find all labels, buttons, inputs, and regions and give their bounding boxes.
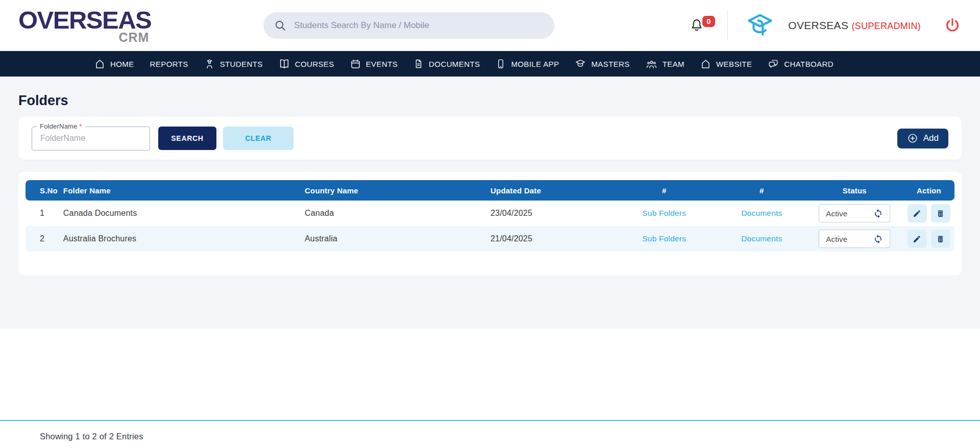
main-nav: HOME REPORTS STUDENTS COURSES EVENTS bbox=[0, 51, 980, 77]
cell-folder-name: Canada Documents bbox=[63, 201, 304, 226]
sync-icon[interactable] bbox=[873, 209, 883, 218]
table-header-row: S.No Folder Name Country Name Updated Da… bbox=[26, 180, 954, 201]
nav-item-home[interactable]: HOME bbox=[94, 59, 134, 69]
edit-button[interactable] bbox=[908, 204, 927, 222]
add-folder-button[interactable]: Add bbox=[897, 129, 948, 148]
chat-bubbles-icon bbox=[768, 58, 779, 69]
table-row: 1 Canada Documents Canada 23/04/2025 Sub… bbox=[26, 201, 954, 226]
search-button[interactable]: SEARCH bbox=[158, 127, 216, 150]
home-icon bbox=[94, 59, 105, 69]
app-logo[interactable]: OVERSEAS CRM bbox=[18, 8, 151, 44]
content-spacer bbox=[0, 329, 980, 420]
cell-country-name: Australia bbox=[304, 226, 490, 252]
nav-item-mobile-app[interactable]: MOBILE APP bbox=[496, 59, 559, 69]
page-title: Folders bbox=[18, 77, 962, 109]
user-menu[interactable]: OVERSEAS (SUPERADMIN) bbox=[745, 11, 921, 40]
documents-link[interactable]: Documents bbox=[741, 234, 782, 243]
clear-button[interactable]: CLEAR bbox=[223, 127, 293, 150]
nav-item-team[interactable]: TEAM bbox=[646, 58, 684, 70]
delete-button[interactable] bbox=[931, 204, 950, 222]
cell-folder-name: Australia Brochures bbox=[63, 226, 304, 252]
cell-country-name: Canada bbox=[304, 201, 490, 226]
logo-subtitle: CRM bbox=[118, 31, 151, 44]
subfolders-link[interactable]: Sub Folders bbox=[642, 209, 686, 217]
status-value: Active bbox=[826, 235, 847, 243]
nav-item-events[interactable]: EVENTS bbox=[350, 59, 398, 69]
delete-button[interactable] bbox=[931, 230, 950, 248]
status-value: Active bbox=[826, 209, 847, 218]
folder-name-input[interactable] bbox=[39, 133, 142, 143]
page-footer: Showing 1 to 2 of 2 Entries bbox=[0, 420, 980, 441]
folder-name-field: FolderName * bbox=[32, 127, 150, 151]
open-book-icon bbox=[279, 58, 290, 69]
pencil-icon bbox=[913, 209, 921, 218]
col-status: Status bbox=[806, 180, 903, 201]
status-select[interactable]: Active bbox=[819, 230, 890, 248]
nav-item-reports[interactable]: REPORTS bbox=[150, 60, 188, 68]
cell-sno: 2 bbox=[26, 226, 63, 252]
nav-item-chatboard[interactable]: CHATBOARD bbox=[768, 58, 834, 69]
plus-circle-icon bbox=[907, 133, 918, 144]
subfolders-link[interactable]: Sub Folders bbox=[642, 234, 686, 243]
nav-item-courses[interactable]: COURSES bbox=[279, 58, 334, 69]
header-divider bbox=[727, 11, 728, 40]
edit-button[interactable] bbox=[908, 230, 927, 248]
team-icon bbox=[646, 58, 657, 70]
main-content: Folders FolderName * SEARCH CLEAR Add bbox=[0, 77, 980, 329]
top-header: OVERSEAS CRM 0 bbox=[0, 0, 980, 51]
folders-table-card: S.No Folder Name Country Name Updated Da… bbox=[18, 172, 962, 275]
entries-summary: Showing 1 to 2 of 2 Entries bbox=[40, 432, 143, 441]
nav-item-masters[interactable]: MASTERS bbox=[575, 58, 629, 69]
house-icon bbox=[700, 59, 711, 69]
col-updated-date: Updated Date bbox=[490, 180, 611, 201]
col-subfolders: # bbox=[611, 180, 718, 201]
folder-name-label: FolderName * bbox=[37, 122, 85, 130]
search-icon bbox=[274, 19, 287, 32]
nav-item-documents[interactable]: DOCUMENTS bbox=[413, 59, 480, 69]
col-folder-name: Folder Name bbox=[63, 180, 304, 201]
global-search[interactable] bbox=[263, 12, 554, 39]
cell-sno: 1 bbox=[26, 201, 63, 226]
student-icon bbox=[204, 59, 215, 69]
graduation-cap-icon bbox=[575, 58, 586, 69]
smartphone-icon bbox=[496, 59, 506, 69]
folders-table: S.No Folder Name Country Name Updated Da… bbox=[26, 180, 954, 252]
document-icon bbox=[413, 59, 424, 69]
col-country-name: Country Name bbox=[304, 180, 490, 201]
calendar-icon bbox=[350, 59, 361, 69]
user-name: OVERSEAS (SUPERADMIN) bbox=[788, 19, 921, 32]
table-row: 2 Australia Brochures Australia 21/04/20… bbox=[26, 226, 954, 252]
status-select[interactable]: Active bbox=[819, 204, 890, 222]
cell-updated-date: 23/04/2025 bbox=[490, 201, 611, 226]
logo-title: OVERSEAS bbox=[18, 8, 151, 33]
header-right-group: 0 OVERSEAS (SUPERADMIN) bbox=[689, 11, 962, 40]
col-documents: # bbox=[718, 180, 806, 201]
notification-count-badge: 0 bbox=[702, 16, 716, 27]
user-role: (SUPERADMIN) bbox=[851, 21, 921, 31]
power-icon bbox=[943, 16, 962, 35]
row-actions bbox=[908, 204, 950, 222]
cell-updated-date: 21/04/2025 bbox=[490, 226, 611, 252]
notifications-button[interactable]: 0 bbox=[689, 18, 716, 33]
logout-button[interactable] bbox=[943, 16, 962, 35]
col-action: Action bbox=[903, 180, 954, 201]
trash-icon bbox=[936, 209, 945, 218]
filter-card: FolderName * SEARCH CLEAR Add bbox=[18, 117, 962, 160]
col-sno: S.No bbox=[26, 180, 63, 201]
pencil-icon bbox=[913, 235, 921, 243]
students-search-input[interactable] bbox=[293, 20, 544, 31]
trash-icon bbox=[936, 235, 945, 243]
graduation-cap-icon bbox=[745, 11, 775, 40]
row-actions bbox=[908, 230, 950, 248]
nav-item-students[interactable]: STUDENTS bbox=[204, 59, 263, 69]
sync-icon[interactable] bbox=[873, 234, 883, 244]
documents-link[interactable]: Documents bbox=[741, 209, 782, 217]
nav-item-website[interactable]: WEBSITE bbox=[700, 59, 752, 69]
required-asterisk: * bbox=[79, 122, 82, 130]
